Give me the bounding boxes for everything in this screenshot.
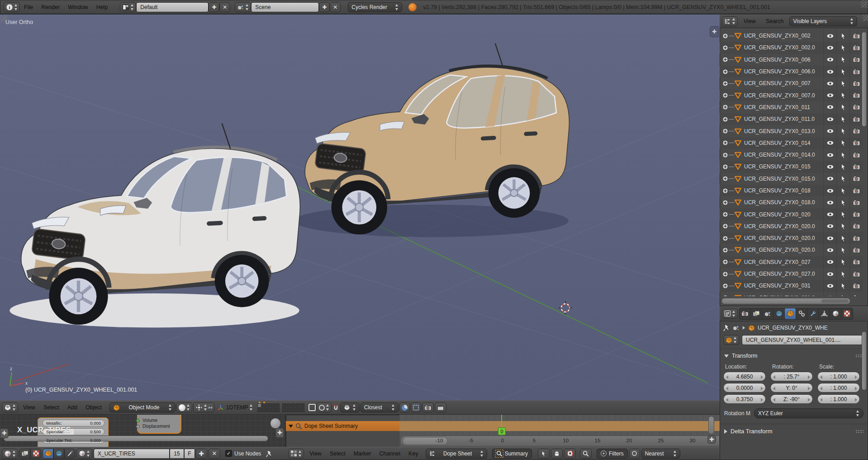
- dopesheet-mode-select[interactable]: Dope Sheet: [426, 449, 487, 459]
- expander-plus-icon[interactable]: [722, 140, 728, 146]
- checker-icon[interactable]: [30, 449, 41, 459]
- layers-grid-2[interactable]: [282, 403, 304, 412]
- tab-material[interactable]: [830, 308, 841, 319]
- rotate-snap-button[interactable]: [399, 402, 410, 412]
- render-restrict-camera-icon[interactable]: [849, 125, 863, 137]
- expander-plus-icon[interactable]: [722, 295, 728, 296]
- material-name-field[interactable]: X_UCR_TIRES: [94, 449, 170, 459]
- menu-item[interactable]: Marker: [350, 450, 375, 457]
- selectability-arrow-icon[interactable]: [836, 244, 849, 256]
- area-resize-corner[interactable]: [863, 14, 868, 21]
- visibility-eye-icon[interactable]: [823, 185, 836, 196]
- filters-button[interactable]: + Filters: [597, 449, 628, 459]
- selectability-arrow-icon[interactable]: [836, 232, 849, 244]
- outliner-row[interactable]: UCR_GENSUV_ZYX0_006: [720, 54, 863, 66]
- layers-grid-1[interactable]: [257, 403, 280, 412]
- pin-icon[interactable]: [266, 450, 272, 457]
- editor-type-info-button[interactable]: [4, 2, 20, 12]
- render-restrict-camera-icon[interactable]: [849, 256, 863, 268]
- render-restrict-camera-icon[interactable]: [849, 77, 863, 89]
- expander-plus-icon[interactable]: [722, 104, 728, 110]
- outliner-row[interactable]: UCR_GENSUV_ZYX0_011: [720, 101, 863, 113]
- visibility-eye-icon[interactable]: [823, 66, 836, 77]
- tab-object-data[interactable]: [819, 308, 830, 319]
- selectability-arrow-icon[interactable]: [836, 137, 849, 149]
- render-restrict-camera-icon[interactable]: [849, 268, 863, 280]
- visibility-eye-icon[interactable]: [823, 196, 836, 208]
- rotation-y-field[interactable]: Y: 0°: [770, 383, 813, 393]
- delta-transform-panel-header[interactable]: Delta Transform: [720, 424, 868, 436]
- expander-plus-icon[interactable]: [722, 69, 728, 75]
- outliner-row[interactable]: UCR_GENSUV_ZYX0_007.0: [720, 89, 863, 101]
- selectability-arrow-icon[interactable]: [836, 173, 849, 185]
- render-restrict-camera-icon[interactable]: [849, 113, 863, 125]
- outliner-view-menu[interactable]: View: [740, 18, 760, 24]
- expander-plus-icon[interactable]: [722, 259, 728, 265]
- outliner-row[interactable]: UCR_GENSUV_ZYX0_013.0: [720, 125, 863, 137]
- menu-item[interactable]: Help: [92, 4, 112, 10]
- menu-item[interactable]: View: [19, 404, 39, 411]
- properties-panel[interactable]: UCR_GENSUV_ZYX0_WHE UCR_GENSUV_ZYX0_WHEE…: [720, 306, 868, 460]
- selectability-arrow-icon[interactable]: [836, 220, 849, 232]
- material-browse-button[interactable]: [76, 449, 92, 459]
- layout-icon-button[interactable]: [120, 2, 136, 12]
- visibility-eye-icon[interactable]: [823, 54, 836, 66]
- visibility-eye-icon[interactable]: [823, 30, 836, 42]
- node-socket[interactable]: Volume: [138, 417, 180, 423]
- render-restrict-camera-icon[interactable]: [849, 220, 863, 232]
- visibility-eye-icon[interactable]: [823, 232, 836, 244]
- toolbar-expand-tab[interactable]: ✚: [0, 428, 9, 438]
- render-restrict-camera-icon[interactable]: [849, 90, 863, 101]
- selectability-arrow-icon[interactable]: [836, 256, 849, 268]
- pin-icon[interactable]: [723, 324, 730, 331]
- tab-world[interactable]: [773, 308, 785, 319]
- visibility-eye-icon[interactable]: [823, 113, 836, 125]
- summary-channel-row[interactable]: Dope Sheet Summary: [286, 421, 399, 431]
- visibility-eye-icon[interactable]: [823, 77, 836, 89]
- visibility-eye-icon[interactable]: [823, 101, 836, 113]
- selectability-arrow-icon[interactable]: [836, 42, 849, 53]
- visibility-eye-icon[interactable]: [823, 209, 836, 220]
- tab-scene[interactable]: [762, 308, 773, 319]
- render-restrict-camera-icon[interactable]: [849, 292, 863, 296]
- dopesheet-expand-tab[interactable]: ✚: [707, 436, 716, 444]
- scene-icon-button[interactable]: [235, 2, 251, 12]
- search-filter-button[interactable]: [580, 449, 592, 459]
- node-editor-hscrollbar[interactable]: [4, 436, 268, 441]
- outliner-filter-select[interactable]: Visible Layers: [789, 16, 857, 26]
- mode-select[interactable]: Object Mode: [109, 402, 175, 412]
- tab-render[interactable]: [740, 308, 751, 319]
- expander-plus-icon[interactable]: [722, 247, 728, 253]
- outliner-row[interactable]: UCR_GENSUV_ZYX0_018.0: [720, 196, 863, 208]
- selectability-arrow-icon[interactable]: [836, 161, 849, 172]
- outliner[interactable]: View Search Visible Layers UCR_GENSUV_ZY…: [720, 14, 868, 306]
- expander-plus-icon[interactable]: [722, 211, 728, 217]
- menu-item[interactable]: Channel: [375, 450, 405, 457]
- visibility-eye-icon[interactable]: [823, 292, 836, 296]
- selectability-arrow-icon[interactable]: [836, 101, 849, 113]
- selectability-arrow-icon[interactable]: [836, 280, 849, 292]
- use-nodes-checkbox[interactable]: ✓: [225, 450, 232, 457]
- tab-constraints[interactable]: [796, 308, 807, 319]
- object-name-field[interactable]: UCR_GENSUV_ZYX0_WHEEL_001....: [742, 335, 864, 345]
- outliner-row[interactable]: UCR_GENSUV_ZYX0_027.0: [720, 268, 863, 280]
- snap-element-button[interactable]: [340, 402, 360, 412]
- expander-plus-icon[interactable]: [722, 116, 728, 122]
- menu-item[interactable]: File: [20, 4, 37, 10]
- expander-plus-icon[interactable]: [722, 176, 728, 182]
- editor-type-properties-button[interactable]: [722, 309, 738, 319]
- menu-item[interactable]: View: [305, 450, 326, 457]
- expander-plus-icon[interactable]: [722, 92, 728, 98]
- selectability-arrow-icon[interactable]: [836, 90, 849, 101]
- object-shader-cube-icon[interactable]: [43, 449, 53, 459]
- visibility-eye-icon[interactable]: [823, 173, 836, 185]
- outliner-row[interactable]: UCR_GENSUV_ZYX0_006.0: [720, 66, 863, 77]
- render-restrict-camera-icon[interactable]: [849, 30, 863, 42]
- transform-orientation-select[interactable]: 1DTEMP: [226, 404, 248, 411]
- render-restrict-camera-icon[interactable]: [849, 149, 863, 161]
- snap-peel-button[interactable]: [411, 402, 421, 412]
- shader-slider[interactable]: Metallic: 0.000: [43, 420, 104, 426]
- outliner-row[interactable]: UCR_GENSUV_ZYX0_020.0: [720, 220, 863, 232]
- node-editor-canvas[interactable]: Metallic: 0.000 Specular: 0.500 Specular…: [0, 415, 286, 447]
- expander-plus-icon[interactable]: [722, 188, 728, 194]
